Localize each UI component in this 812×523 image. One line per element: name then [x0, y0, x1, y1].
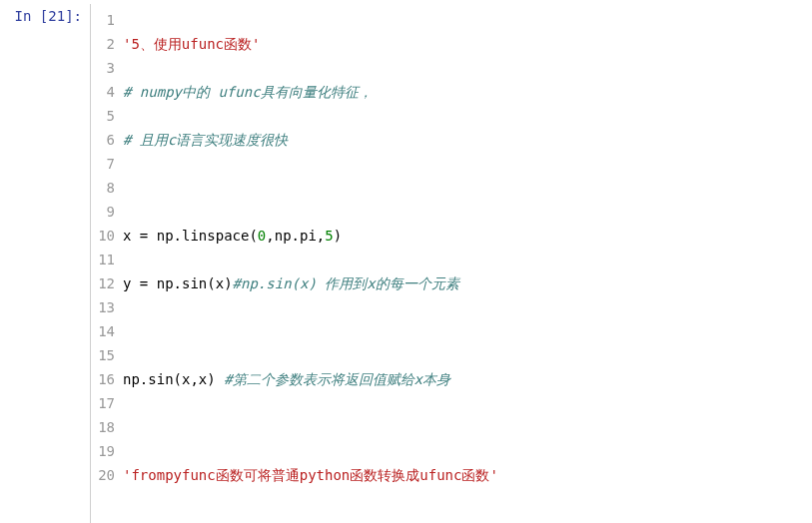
line-number: 17 [91, 391, 115, 415]
line-number: 11 [91, 248, 115, 271]
code-text: ) [334, 228, 342, 244]
code-comment: # numpy中的 ufunc具有向量化特征， [123, 84, 373, 100]
code-comment: # 且用c语言实现速度很快 [123, 132, 288, 148]
code-editor[interactable]: 1 2 3 4 5 6 7 8 9 10 11 12 13 14 15 16 1… [90, 4, 812, 523]
input-prompt: In [21]: [0, 4, 90, 523]
line-number: 9 [91, 200, 115, 224]
line-gutter: 1 2 3 4 5 6 7 8 9 10 11 12 13 14 15 16 1… [91, 8, 123, 523]
code-string: '5、使用ufunc函数' [123, 36, 260, 52]
line-number: 18 [91, 415, 115, 439]
line-number: 13 [91, 295, 115, 319]
code-comment: #第二个参数表示将返回值赋给x本身 [224, 371, 450, 387]
code-text: y = np.sin(x) [123, 275, 233, 291]
code-text: x = np.linspace( [123, 228, 258, 244]
line-number: 6 [91, 128, 115, 152]
line-number: 8 [91, 176, 115, 200]
line-number: 3 [91, 56, 115, 80]
line-number: 15 [91, 343, 115, 367]
line-number: 2 [91, 32, 115, 56]
line-number: 1 [91, 8, 115, 32]
line-number: 20 [91, 463, 115, 487]
line-number: 10 [91, 224, 115, 248]
code-number: 5 [325, 228, 333, 244]
input-cell: In [21]: 1 2 3 4 5 6 7 8 9 10 11 12 13 1… [0, 4, 812, 523]
line-number: 16 [91, 367, 115, 391]
line-number: 12 [91, 271, 115, 295]
line-number: 5 [91, 104, 115, 128]
code-text: np.sin(x,x) [123, 371, 224, 387]
line-number: 14 [91, 319, 115, 343]
line-number: 4 [91, 80, 115, 104]
code-string: 'frompyfunc函数可将普通python函数转换成ufunc函数' [123, 467, 498, 483]
code-content[interactable]: '5、使用ufunc函数' # numpy中的 ufunc具有向量化特征， # … [123, 8, 812, 523]
code-comment: #np.sin(x) 作用到x的每一个元素 [233, 275, 459, 291]
code-text: ,np.pi, [266, 228, 325, 244]
line-number: 19 [91, 439, 115, 463]
line-number: 7 [91, 152, 115, 176]
